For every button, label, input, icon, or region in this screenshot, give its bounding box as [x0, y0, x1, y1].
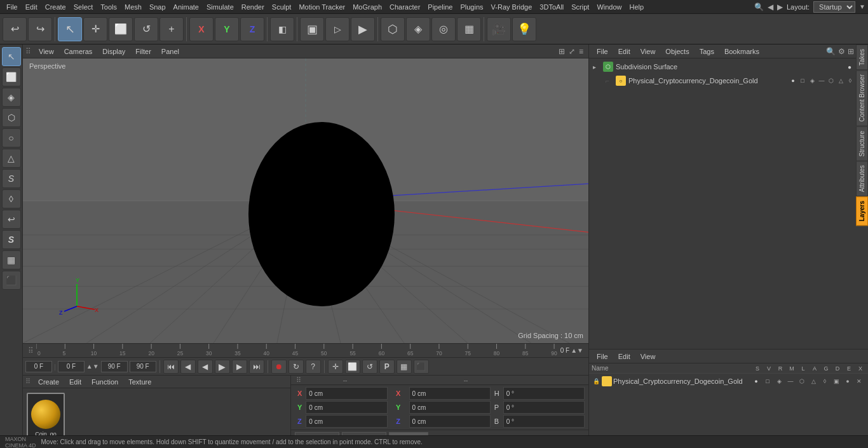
menu-animate[interactable]: Animate	[170, 2, 203, 12]
obj-expand-icon[interactable]: ⊞	[848, 47, 854, 56]
render-button[interactable]: ▶	[351, 17, 375, 41]
sidebar-grid-btn[interactable]: ⬛	[2, 271, 21, 290]
obj-badge-tag4[interactable]: △	[836, 76, 845, 85]
transform-button[interactable]: +	[159, 17, 184, 41]
step-back-button[interactable]: ◀	[180, 360, 196, 374]
coord-p-input[interactable]: 0 °	[503, 401, 585, 414]
menu-help[interactable]: Help	[626, 2, 648, 12]
current-frame-input[interactable]	[58, 361, 85, 372]
scale-tool-pb[interactable]: ⬜	[345, 360, 360, 374]
menu-snap[interactable]: Snap	[146, 2, 170, 12]
coord-z-pos-input[interactable]: 0 cm	[306, 415, 387, 428]
coord-b-input[interactable]: 0 °	[503, 415, 585, 428]
nav-fwd-icon[interactable]: ▶	[777, 3, 783, 11]
attr-menu-file[interactable]: File	[592, 351, 613, 362]
move-tool-button[interactable]: ✛	[83, 17, 107, 41]
menu-plugins[interactable]: Plugins	[456, 2, 487, 12]
step-fwd-button[interactable]: ▶	[232, 360, 247, 374]
attr-cell-s[interactable]: ●	[751, 378, 761, 384]
sidebar-mode-btn-3[interactable]: ⬡	[2, 108, 21, 127]
grid-button[interactable]: ▦	[457, 17, 481, 41]
attr-cell-g[interactable]: ◊	[820, 378, 830, 384]
rotate-tool-pb[interactable]: ↺	[362, 360, 377, 374]
record-button[interactable]: ⏺	[271, 360, 287, 374]
menu-pipeline[interactable]: Pipeline	[424, 2, 456, 12]
vp-icon-arrows[interactable]: ⤢	[569, 47, 575, 56]
coord-y-pos-input[interactable]: 0 cm	[306, 401, 387, 414]
obj-badge-tag5[interactable]: ◊	[846, 76, 855, 85]
grid-pb-button[interactable]: ▦	[397, 360, 412, 374]
menu-file[interactable]: File	[3, 2, 22, 12]
vp-menu-view[interactable]: View	[34, 46, 59, 57]
scale-tool-button[interactable]: ⬜	[109, 17, 133, 41]
obj-menu-bookmarks[interactable]: Bookmarks	[719, 46, 764, 57]
obj-vis-icon-0[interactable]: ●	[845, 62, 854, 71]
param-button[interactable]: P	[379, 360, 395, 374]
tab-content-browser[interactable]: Content Browser	[856, 70, 868, 126]
end-frame-input2[interactable]	[130, 361, 156, 372]
move-tool-pb[interactable]: ✛	[328, 360, 343, 374]
frame-arrow-btn[interactable]: ▲▼	[86, 363, 99, 370]
frame-arrows[interactable]: ▲▼	[571, 347, 583, 354]
sidebar-mode-btn-0[interactable]: ↖	[2, 47, 21, 66]
question-button[interactable]: ?	[306, 360, 321, 374]
camera-button[interactable]: 🎥	[487, 17, 511, 41]
frame-indicator[interactable]: 0 F ▲▼	[560, 347, 583, 354]
attr-row-dogecoin[interactable]: 🔒 Physical_Cryptocurrency_Dogecoin_Gold …	[590, 375, 867, 388]
viewport-canvas[interactable]: Y X Z Perspective Grid Spacing : 10 cm	[23, 58, 588, 343]
sidebar-snap-btn[interactable]: ↩	[2, 210, 21, 229]
axis-z-button[interactable]: Z	[240, 17, 264, 41]
vp-menu-panel[interactable]: Panel	[156, 46, 184, 57]
tab-layers[interactable]: Layers	[856, 196, 868, 226]
rotate-tool-button[interactable]: ↺	[134, 17, 158, 41]
mat-menu-texture[interactable]: Texture	[123, 377, 156, 387]
layout-dropdown-arrow[interactable]: ▼	[859, 3, 865, 10]
obj-menu-edit[interactable]: Edit	[613, 46, 635, 57]
sidebar-mode-btn-7[interactable]: ◊	[2, 189, 21, 208]
menu-window[interactable]: Window	[593, 2, 625, 12]
obj-badge-cam[interactable]: □	[798, 76, 807, 85]
mat-menu-edit[interactable]: Edit	[64, 377, 86, 387]
menu-motion-tracker[interactable]: Motion Tracker	[295, 2, 349, 12]
menu-simulate[interactable]: Simulate	[203, 2, 238, 12]
coord-x-rot-input[interactable]: 0 cm	[409, 387, 491, 400]
sidebar-mode-btn-1[interactable]: ⬜	[2, 67, 21, 86]
end-frame-input1[interactable]	[101, 361, 128, 372]
start-frame-input[interactable]	[25, 361, 52, 372]
sidebar-mode-btn-2[interactable]: ◈	[2, 88, 21, 107]
layout-dropdown[interactable]: Startup	[813, 1, 855, 13]
obj-badge-vis[interactable]: ●	[789, 76, 797, 85]
key-pb-button[interactable]: ⬛	[414, 360, 429, 374]
undo-button[interactable]: ↩	[3, 17, 27, 41]
uv-mode-button[interactable]: ◈	[406, 17, 430, 41]
obj-badge-tag2[interactable]: —	[817, 76, 826, 85]
menu-mesh[interactable]: Mesh	[121, 2, 146, 12]
coord-z-rot-input[interactable]: 0 cm	[409, 415, 491, 428]
obj-settings-icon[interactable]: ⚙	[838, 47, 845, 56]
coord-h-input[interactable]: 0 °	[503, 387, 585, 400]
coord-y-rot-input[interactable]: 0 cm	[409, 401, 491, 414]
mat-menu-create[interactable]: Create	[33, 377, 64, 387]
mat-menu-function[interactable]: Function	[86, 377, 123, 387]
sidebar-sculpt-btn[interactable]: S	[2, 230, 21, 249]
obj-menu-view[interactable]: View	[635, 46, 661, 57]
attr-cell-d[interactable]: ▣	[831, 378, 841, 384]
obj-search-icon[interactable]: 🔍	[826, 47, 836, 56]
axis-y-button[interactable]: Y	[215, 17, 239, 41]
vp-icon-settings[interactable]: ≡	[579, 47, 583, 56]
model-mode-button[interactable]: ⬡	[381, 17, 405, 41]
loop-button[interactable]: ↻	[288, 360, 304, 374]
attr-menu-view[interactable]: View	[635, 351, 661, 362]
play-back-button[interactable]: ◀	[198, 360, 213, 374]
menu-script[interactable]: Script	[567, 2, 593, 12]
attr-cell-m[interactable]: —	[785, 378, 796, 384]
obj-row-dogecoin[interactable]: ⌐ ○ Physical_Cryptocurrency_Dogecoin_Gol…	[590, 74, 867, 88]
menu-3dtoall[interactable]: 3DToAll	[536, 2, 567, 12]
attr-cell-v[interactable]: □	[763, 378, 773, 384]
obj-menu-objects[interactable]: Objects	[660, 46, 694, 57]
menu-tools[interactable]: Tools	[97, 2, 121, 12]
tab-takes[interactable]: Takes	[856, 44, 868, 70]
vp-menu-display[interactable]: Display	[97, 46, 130, 57]
menu-sculpt[interactable]: Sculpt	[268, 2, 295, 12]
obj-coord-button[interactable]: ◧	[270, 17, 294, 41]
